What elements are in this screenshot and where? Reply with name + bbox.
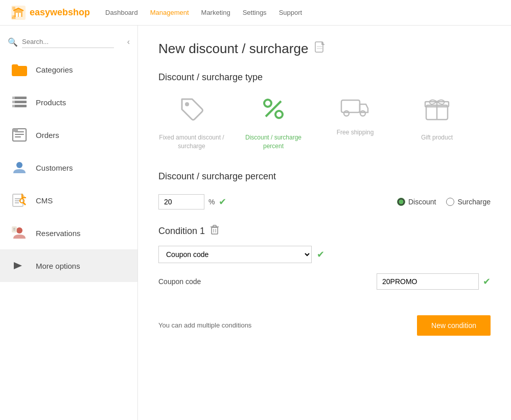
sidebar-item-customers[interactable]: Customers bbox=[0, 151, 137, 184]
svg-point-33 bbox=[275, 111, 283, 118]
coupon-code-row: Coupon code ✔ bbox=[158, 273, 491, 290]
radio-surcharge[interactable] bbox=[446, 198, 454, 206]
svg-rect-4 bbox=[12, 7, 15, 10]
sidebar-item-label-cms: CMS bbox=[36, 196, 53, 205]
svg-point-32 bbox=[264, 100, 271, 107]
coupon-label: Coupon code bbox=[158, 277, 201, 286]
discount-type-free-shipping[interactable]: Free shipping bbox=[322, 95, 388, 151]
coupon-input[interactable] bbox=[377, 273, 479, 290]
main-content: New discount / surcharge Discount / surc… bbox=[138, 26, 511, 420]
radio-discount[interactable] bbox=[397, 198, 405, 206]
svg-rect-2 bbox=[16, 13, 18, 17]
sidebar-item-orders[interactable]: Orders bbox=[0, 119, 137, 151]
radio-discount-label[interactable]: Discount bbox=[397, 198, 436, 206]
nav-settings[interactable]: Settings bbox=[243, 9, 267, 16]
nav-marketing[interactable]: Marketing bbox=[201, 9, 230, 16]
sidebar-collapse-button[interactable]: ‹ bbox=[127, 37, 130, 46]
discount-type-percent[interactable]: Discount / surcharge percent bbox=[240, 95, 307, 151]
logo-text: easywebshop bbox=[30, 7, 90, 18]
reservations-icon bbox=[10, 224, 29, 242]
condition-header: Condition 1 bbox=[158, 225, 491, 238]
sidebar-item-label-products: Products bbox=[36, 98, 66, 107]
more-options-icon bbox=[10, 256, 29, 275]
sidebar-item-label-more-options: More options bbox=[36, 262, 80, 270]
condition-section: Condition 1 Coupon code Minimum order am… bbox=[158, 225, 491, 336]
discount-type-section-title: Discount / surcharge type bbox=[158, 72, 491, 83]
svg-marker-27 bbox=[14, 262, 22, 269]
sidebar: 🔍 ‹ Categories bbox=[0, 26, 138, 420]
discount-type-gift-label: Gift product bbox=[421, 133, 453, 142]
sidebar-item-categories[interactable]: Categories bbox=[0, 53, 137, 86]
svg-rect-24 bbox=[12, 226, 17, 232]
sidebar-item-label-customers: Customers bbox=[36, 164, 73, 172]
conditions-footer: You can add multiple conditions New cond… bbox=[158, 305, 491, 336]
discount-type-fixed[interactable]: Fixed amount discount / surcharge bbox=[158, 95, 225, 151]
svg-rect-42 bbox=[212, 227, 218, 234]
svg-rect-3 bbox=[19, 13, 21, 17]
top-nav: ill easywebshop Dashboard Management Mar… bbox=[0, 0, 511, 26]
customers-icon bbox=[10, 158, 29, 177]
discount-type-gift[interactable]: Gift product bbox=[404, 95, 470, 151]
nav-support[interactable]: Support bbox=[279, 9, 303, 16]
svg-line-34 bbox=[266, 101, 281, 116]
products-icon bbox=[10, 93, 29, 111]
search-icon: 🔍 bbox=[8, 37, 18, 47]
svg-rect-11 bbox=[12, 105, 15, 107]
discount-type-section: Discount / surcharge type Fixed amount d… bbox=[158, 72, 491, 151]
cms-icon bbox=[10, 191, 29, 209]
search-area: 🔍 ‹ bbox=[0, 31, 137, 53]
percent-icon bbox=[260, 95, 287, 128]
layout: 🔍 ‹ Categories bbox=[0, 26, 511, 420]
new-condition-button[interactable]: New condition bbox=[417, 315, 491, 336]
sidebar-item-products[interactable]: Products bbox=[0, 86, 137, 119]
logo[interactable]: ill easywebshop bbox=[10, 5, 90, 21]
nav-dashboard[interactable]: Dashboard bbox=[105, 9, 138, 16]
sidebar-item-more-options[interactable]: More options bbox=[0, 249, 137, 282]
percent-input[interactable] bbox=[158, 194, 204, 209]
svg-point-37 bbox=[360, 111, 365, 116]
coupon-check-icon: ✔ bbox=[483, 276, 491, 287]
svg-rect-35 bbox=[341, 100, 360, 112]
svg-point-23 bbox=[16, 227, 22, 234]
page-header: New discount / surcharge bbox=[158, 41, 491, 57]
svg-point-31 bbox=[185, 102, 189, 106]
page-title: New discount / surcharge bbox=[158, 41, 308, 57]
search-input[interactable] bbox=[22, 36, 114, 48]
nav-management[interactable]: Management bbox=[150, 9, 189, 16]
discount-type-percent-label: Discount / surcharge percent bbox=[240, 133, 307, 151]
condition-select-row: Coupon code Minimum order amount Custome… bbox=[158, 246, 491, 263]
condition-select[interactable]: Coupon code Minimum order amount Custome… bbox=[158, 246, 312, 263]
percent-row: % ✔ Discount Surcharge bbox=[158, 194, 491, 209]
svg-rect-7 bbox=[12, 97, 15, 99]
orders-icon bbox=[10, 126, 29, 144]
percent-section-title: Discount / surcharge percent bbox=[158, 171, 491, 182]
discount-types-container: Fixed amount discount / surcharge Discou… bbox=[158, 95, 491, 151]
coupon-right: ✔ bbox=[377, 273, 491, 290]
percent-section: Discount / surcharge percent % ✔ Discoun… bbox=[158, 171, 491, 209]
svg-rect-15 bbox=[15, 136, 21, 137]
percent-symbol: % bbox=[208, 198, 215, 206]
trash-icon[interactable] bbox=[210, 225, 219, 238]
svg-rect-14 bbox=[15, 134, 24, 135]
svg-rect-16 bbox=[13, 129, 18, 132]
discount-surcharge-radio-group: Discount Surcharge bbox=[397, 198, 491, 206]
svg-rect-9 bbox=[12, 101, 15, 103]
radio-surcharge-text: Surcharge bbox=[457, 198, 491, 206]
percent-check-icon: ✔ bbox=[219, 196, 226, 207]
logo-icon: ill bbox=[10, 5, 27, 21]
sidebar-item-label-orders: Orders bbox=[36, 131, 59, 139]
radio-discount-text: Discount bbox=[408, 198, 436, 206]
condition-select-check-icon: ✔ bbox=[317, 249, 324, 260]
discount-type-fixed-label: Fixed amount discount / surcharge bbox=[158, 133, 225, 151]
radio-surcharge-label[interactable]: Surcharge bbox=[446, 198, 491, 206]
tag-icon bbox=[178, 95, 205, 128]
gift-icon bbox=[423, 95, 451, 128]
conditions-note: You can add multiple conditions bbox=[158, 321, 251, 329]
discount-type-shipping-label: Free shipping bbox=[337, 128, 374, 137]
sidebar-item-label-reservations: Reservations bbox=[36, 229, 81, 238]
document-icon bbox=[314, 41, 326, 56]
nav-links: Dashboard Management Marketing Settings … bbox=[105, 9, 302, 16]
folder-icon bbox=[10, 60, 29, 79]
sidebar-item-reservations[interactable]: Reservations bbox=[0, 217, 137, 249]
sidebar-item-cms[interactable]: CMS bbox=[0, 184, 137, 217]
